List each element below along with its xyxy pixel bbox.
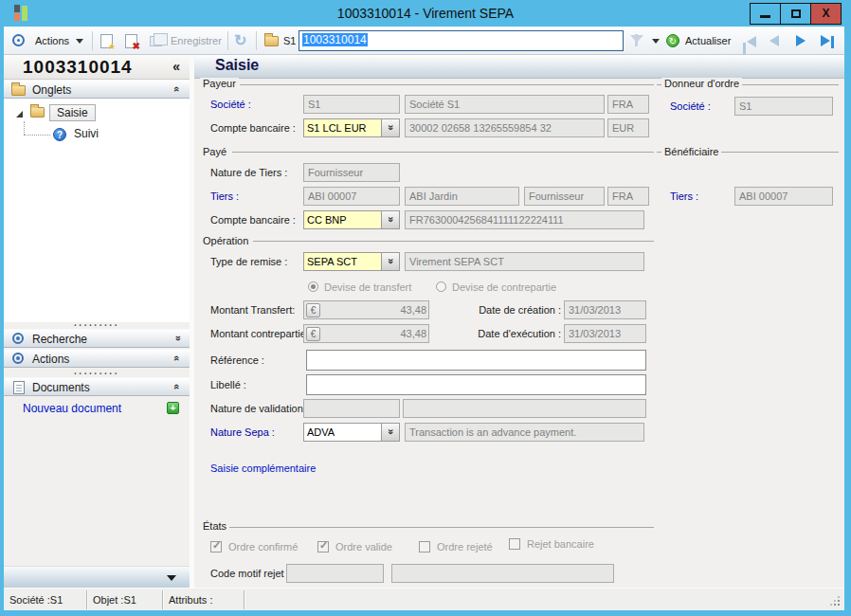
- societe-code-field: S1: [303, 95, 400, 114]
- panel-onglets[interactable]: Onglets: [4, 80, 190, 99]
- documents-icon: [13, 381, 25, 394]
- filter-caret-icon[interactable]: [652, 39, 660, 44]
- type-remise-combo[interactable]: SEPA SCT: [303, 252, 400, 271]
- tree-connector: [24, 121, 25, 135]
- dropdown-button[interactable]: [381, 253, 399, 270]
- tree-node-suivi[interactable]: Suivi: [74, 127, 99, 140]
- toolbar-separator: [256, 31, 257, 50]
- beneficiaire-tiers-label[interactable]: Tiers :: [670, 190, 698, 202]
- currency-euro-button[interactable]: €: [306, 303, 320, 317]
- save-button[interactable]: Enregistrer: [171, 27, 222, 55]
- dropdown-button[interactable]: [381, 211, 399, 228]
- filter-icon[interactable]: [630, 35, 643, 43]
- group-paye-legend: Payé: [200, 146, 229, 157]
- iban-field: FR7630004256841111122224111: [405, 210, 644, 229]
- ordre-valide-checkbox: [317, 541, 329, 553]
- panel-options-caret-icon[interactable]: [167, 575, 176, 581]
- saisie-complementaire-link[interactable]: Saisie complémentaire: [210, 462, 316, 474]
- nav-first-bar: [743, 43, 746, 55]
- nature-validation-desc-field: [403, 399, 646, 418]
- save-icon: [150, 36, 162, 46]
- panel-documents-label: Documents: [32, 381, 90, 394]
- actions-menu-button[interactable]: Actions: [35, 27, 69, 55]
- ordre-confirme-label: Ordre confirmé: [228, 541, 298, 553]
- sidebar-bottom-bar[interactable]: [4, 566, 190, 588]
- montant-contrepartie-label: Montant contrepartie :: [210, 328, 312, 339]
- resize-grip[interactable]: [830, 596, 840, 606]
- devise-transfert-label: Devise de transfert: [324, 281, 411, 293]
- sync-icon[interactable]: ↻: [234, 27, 246, 55]
- new-document-row: Nouveau document: [4, 400, 190, 417]
- actualiser-icon[interactable]: ↻: [666, 34, 679, 47]
- ordre-rejete-label: Ordre rejeté: [437, 541, 493, 553]
- company-code-label: S1: [283, 27, 296, 55]
- toolbar-separator: [227, 31, 228, 50]
- donneur-societe-field: S1: [734, 97, 833, 116]
- montant-transfert-field: € 43,48: [303, 300, 429, 319]
- paye-compte-combo[interactable]: CC BNP: [303, 210, 400, 229]
- maximize-button[interactable]: [780, 3, 811, 25]
- nature-tiers-field: Fournisseur: [303, 163, 400, 182]
- rejet-bancaire-label: Rejet bancaire: [527, 538, 594, 550]
- reference-input[interactable]: [306, 350, 646, 371]
- new-document-link[interactable]: Nouveau document: [23, 402, 121, 415]
- panel-documents[interactable]: Documents: [4, 377, 190, 396]
- nav-next-button[interactable]: [796, 35, 806, 46]
- minimize-icon: [760, 15, 770, 18]
- compte-bancaire-combo[interactable]: S1 LCL EUR: [303, 118, 400, 137]
- libelle-input[interactable]: [306, 374, 646, 395]
- currency-euro-button[interactable]: €: [306, 327, 320, 341]
- sidebar-collapse-button[interactable]: «: [172, 59, 180, 74]
- new-record-button[interactable]: ★: [100, 34, 113, 48]
- donneur-societe-label[interactable]: Société :: [670, 100, 711, 112]
- collapse-up-icon[interactable]: [174, 83, 180, 95]
- nav-last-icon: [821, 35, 830, 46]
- form-title-band: Saisie: [194, 55, 844, 79]
- navigation-tree: Saisie Suivi: [4, 99, 190, 322]
- group-etats-legend: États: [200, 520, 229, 532]
- panel-actions-label: Actions: [32, 353, 69, 366]
- group-donneur-legend: Donneur d'ordre: [661, 78, 742, 89]
- nature-sepa-combo[interactable]: ADVA: [303, 423, 400, 442]
- expand-down-icon[interactable]: [174, 333, 180, 344]
- record-input-selected-text: 1003310014: [302, 33, 368, 46]
- delete-x-icon: ✖: [133, 41, 140, 51]
- dropdown-button[interactable]: [381, 424, 399, 441]
- devise-contrepartie-radio: [436, 281, 446, 292]
- nav-prev-button[interactable]: [770, 35, 779, 46]
- collapse-up-icon[interactable]: [174, 353, 180, 364]
- suivi-help-icon: [53, 128, 66, 141]
- maximize-icon: [791, 9, 801, 18]
- record-input[interactable]: 1003310014: [299, 30, 624, 51]
- devise-transfert-radio: [308, 281, 318, 292]
- dropdown-button[interactable]: [381, 119, 399, 136]
- add-document-icon[interactable]: [167, 402, 179, 414]
- tree-node-saisie[interactable]: Saisie: [49, 104, 96, 121]
- panel-recherche[interactable]: Recherche: [4, 329, 190, 348]
- ordre-confirme-checkbox: [210, 541, 222, 553]
- tree-expander-icon[interactable]: [16, 111, 23, 118]
- actualiser-button[interactable]: Actualiser: [685, 27, 731, 55]
- type-remise-value: SEPA SCT: [304, 253, 381, 270]
- code-motif-label: Code motif rejet :: [210, 568, 290, 579]
- ordre-rejete-checkbox: [419, 541, 430, 553]
- panel-actions[interactable]: Actions: [4, 349, 190, 368]
- montant-transfert-value: 43,48: [320, 301, 426, 318]
- tiers-name-field: ABI Jardin: [405, 187, 519, 206]
- compte-bancaire-label: Compte bancaire :: [210, 122, 296, 134]
- close-button[interactable]: X: [810, 3, 842, 25]
- societe-label[interactable]: Société :: [210, 99, 251, 110]
- sidebar: 1003310014 « Onglets Saisie Suivi Recher…: [4, 55, 190, 588]
- group-operation-legend: Opération: [200, 235, 251, 246]
- compte-bancaire-value: S1 LCL EUR: [304, 119, 381, 136]
- delete-record-button[interactable]: ✖: [125, 34, 137, 48]
- sidebar-record-id: 1003310014: [23, 57, 133, 78]
- tree-connector: [24, 135, 50, 136]
- nature-sepa-label[interactable]: Nature Sepa :: [210, 426, 275, 438]
- libelle-label: Libellé :: [210, 379, 246, 390]
- minimize-button[interactable]: [750, 3, 781, 25]
- collapse-up-icon[interactable]: [174, 381, 180, 392]
- date-execution-label: Date d'exécution :: [474, 328, 561, 339]
- actions-icon: [12, 353, 24, 364]
- tiers-label[interactable]: Tiers :: [210, 190, 239, 202]
